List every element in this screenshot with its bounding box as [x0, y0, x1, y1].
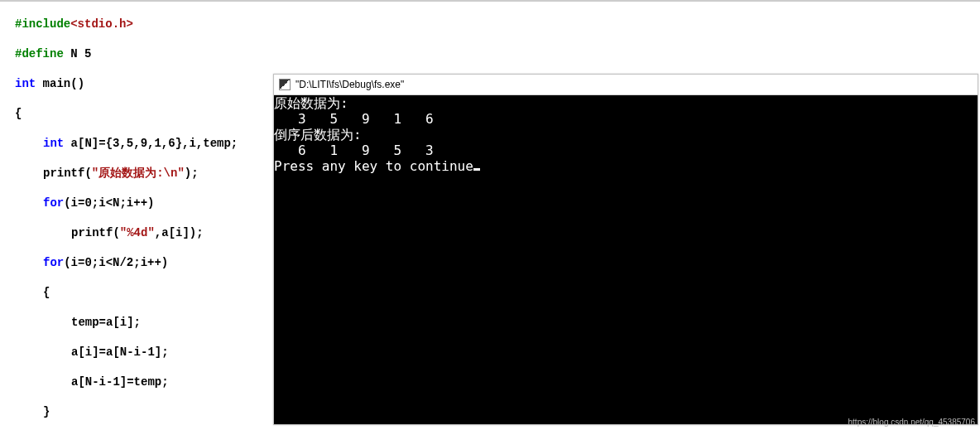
- preproc: #define: [15, 47, 64, 60]
- code-line: #include<stdio.h>: [15, 17, 980, 31]
- console-title: "D:\LITI\fs\Debug\fs.exe": [295, 79, 404, 90]
- string: "%4d": [120, 226, 155, 239]
- keyword: int: [43, 137, 64, 150]
- code-line: #define N 5: [15, 46, 980, 61]
- keyword: for: [43, 196, 64, 210]
- preproc: #include: [15, 17, 70, 31]
- console-line: 3 5 9 1 6: [274, 111, 434, 127]
- console-output[interactable]: 原始数据为: 3 5 9 1 6 倒序后数据为: 6 1 9 5 3 Press…: [274, 95, 978, 424]
- console-line: 倒序后数据为:: [274, 127, 362, 143]
- console-window[interactable]: "D:\LITI\fs\Debug\fs.exe" 原始数据为: 3 5 9 1…: [273, 74, 978, 425]
- console-line: 原始数据为:: [274, 95, 348, 111]
- watermark: https://blog.csdn.net/qq_45385706: [848, 418, 975, 427]
- include-header: <stdio.h>: [70, 17, 133, 31]
- keyword: int: [15, 77, 36, 90]
- console-titlebar[interactable]: "D:\LITI\fs\Debug\fs.exe": [274, 75, 978, 95]
- cursor-icon: [473, 168, 480, 171]
- console-app-icon: [279, 79, 291, 90]
- keyword: for: [43, 256, 64, 269]
- console-line: Press any key to continue: [274, 158, 473, 174]
- console-line: 6 1 9 5 3: [274, 143, 434, 158]
- string: "原始数据为:\n": [92, 167, 185, 180]
